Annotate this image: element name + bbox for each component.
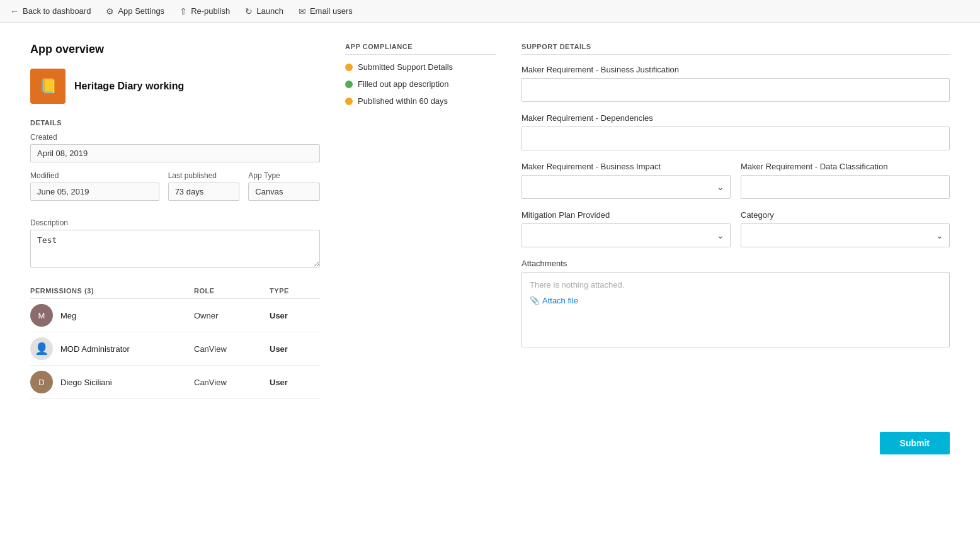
launch-label: Launch bbox=[256, 6, 283, 16]
left-panel: App overview 📒 Heritage Diary working DE… bbox=[30, 43, 320, 399]
business-impact-select[interactable]: Low Medium High bbox=[521, 175, 731, 199]
gear-icon: ⚙ bbox=[106, 6, 114, 16]
created-field: Created bbox=[30, 133, 320, 162]
republish-icon: ⇧ bbox=[179, 6, 187, 16]
business-impact-field: Maker Requirement - Business Impact Low … bbox=[521, 162, 731, 199]
attachments-label: Attachments bbox=[521, 259, 950, 268]
business-justification-label: Maker Requirement - Business Justificati… bbox=[521, 65, 950, 74]
attachments-empty-text: There is nothing attached. bbox=[530, 280, 942, 290]
arrow-left-icon: ← bbox=[10, 6, 19, 16]
email-users-label: Email users bbox=[310, 6, 353, 16]
compliance-item-label: Published within 60 days bbox=[358, 96, 448, 106]
page-title: App overview bbox=[30, 43, 320, 56]
app-type-label: App Type bbox=[248, 171, 320, 180]
modified-input[interactable] bbox=[30, 183, 159, 201]
permission-role: Owner bbox=[194, 311, 270, 320]
topbar: ← Back to dashboard ⚙ App Settings ⇧ Re-… bbox=[0, 0, 980, 23]
mitigation-select[interactable]: Yes No bbox=[521, 223, 731, 247]
support-title: SUPPORT DETAILS bbox=[521, 43, 950, 55]
app-settings-nav[interactable]: ⚙ App Settings bbox=[106, 6, 164, 16]
last-published-input[interactable] bbox=[168, 183, 240, 201]
permission-row: 👤MOD AdministratorCanViewUser bbox=[30, 332, 320, 366]
compliance-item-label: Submitted Support Details bbox=[358, 62, 453, 72]
description-label: Description bbox=[30, 218, 320, 227]
details-section-label: DETAILS bbox=[30, 119, 320, 127]
last-published-field: Last published bbox=[168, 171, 240, 201]
category-select-wrapper: Business IT Finance HR ⌄ bbox=[741, 223, 950, 247]
submit-button[interactable]: Submit bbox=[880, 432, 950, 454]
permission-name: Meg bbox=[60, 311, 194, 320]
business-impact-label: Maker Requirement - Business Impact bbox=[521, 162, 731, 171]
category-select[interactable]: Business IT Finance HR bbox=[741, 223, 950, 247]
submit-row: Submit bbox=[0, 419, 980, 467]
app-icon-emoji: 📒 bbox=[40, 78, 57, 94]
permission-name: MOD Administrator bbox=[60, 344, 194, 354]
permissions-section: PERMISSIONS (3) ROLE TYPE MMegOwnerUser👤… bbox=[30, 287, 320, 399]
app-icon: 📒 bbox=[30, 69, 66, 104]
mitigation-label: Mitigation Plan Provided bbox=[521, 210, 731, 220]
permission-type: User bbox=[270, 311, 320, 320]
dependencies-label: Maker Requirement - Dependencies bbox=[521, 113, 950, 123]
permission-role: CanView bbox=[194, 344, 270, 354]
permissions-rows: MMegOwnerUser👤MOD AdministratorCanViewUs… bbox=[30, 299, 320, 399]
description-field: Description Test bbox=[30, 218, 320, 269]
data-classification-label: Maker Requirement - Data Classification bbox=[741, 162, 950, 171]
avatar: D bbox=[30, 371, 53, 393]
right-panel: SUPPORT DETAILS Maker Requirement - Busi… bbox=[521, 43, 950, 399]
launch-icon: ↻ bbox=[245, 6, 253, 16]
category-label: Category bbox=[741, 210, 950, 220]
modified-label: Modified bbox=[30, 171, 159, 180]
col-role-label: ROLE bbox=[194, 287, 270, 295]
permissions-header: PERMISSIONS (3) ROLE TYPE bbox=[30, 287, 320, 299]
attachments-field: Attachments There is nothing attached. 📎… bbox=[521, 259, 950, 347]
back-to-dashboard[interactable]: ← Back to dashboard bbox=[10, 6, 91, 16]
permission-row: DDiego SicilianiCanViewUser bbox=[30, 366, 320, 399]
mitigation-select-wrapper: Yes No ⌄ bbox=[521, 223, 731, 247]
dependencies-input[interactable] bbox=[521, 127, 950, 150]
compliance-item-label: Filled out app description bbox=[358, 79, 449, 89]
republish-nav[interactable]: ⇧ Re-publish bbox=[179, 6, 230, 16]
permission-name: Diego Siciliani bbox=[60, 378, 194, 387]
description-textarea[interactable]: Test bbox=[30, 230, 320, 268]
compliance-dot bbox=[345, 98, 353, 105]
data-classification-field: Maker Requirement - Data Classification bbox=[741, 162, 950, 199]
paperclip-icon: 📎 bbox=[530, 296, 540, 305]
created-input[interactable] bbox=[30, 144, 320, 162]
app-type-field: App Type bbox=[248, 171, 320, 201]
dependencies-field: Maker Requirement - Dependencies bbox=[521, 113, 950, 150]
modified-field: Modified bbox=[30, 171, 159, 201]
last-published-label: Last published bbox=[168, 171, 240, 180]
category-field: Category Business IT Finance HR ⌄ bbox=[741, 210, 950, 247]
data-classification-input[interactable] bbox=[741, 175, 950, 199]
permission-type: User bbox=[270, 378, 320, 387]
created-label: Created bbox=[30, 133, 320, 142]
compliance-item: Submitted Support Details bbox=[345, 62, 496, 72]
main-content: App overview 📒 Heritage Diary working DE… bbox=[0, 23, 980, 419]
business-impact-select-wrapper: Low Medium High ⌄ bbox=[521, 175, 731, 199]
email-icon: ✉ bbox=[299, 6, 306, 16]
support-row-mitigation-category: Mitigation Plan Provided Yes No ⌄ Catego… bbox=[521, 210, 950, 247]
attach-file-button[interactable]: 📎 Attach file bbox=[530, 296, 578, 305]
middle-panel: APP COMPLIANCE Submitted Support Details… bbox=[345, 43, 496, 399]
republish-label: Re-publish bbox=[191, 6, 230, 16]
compliance-items: Submitted Support DetailsFilled out app … bbox=[345, 62, 496, 106]
permission-role: CanView bbox=[194, 378, 270, 387]
permission-type: User bbox=[270, 344, 320, 354]
back-label: Back to dashboard bbox=[23, 6, 91, 16]
compliance-title: APP COMPLIANCE bbox=[345, 43, 496, 55]
avatar: 👤 bbox=[30, 337, 53, 360]
permissions-title: PERMISSIONS (3) bbox=[30, 287, 194, 295]
compliance-item: Filled out app description bbox=[345, 79, 496, 89]
compliance-dot bbox=[345, 81, 353, 88]
business-justification-input[interactable] bbox=[521, 78, 950, 102]
compliance-dot bbox=[345, 64, 353, 71]
app-type-input[interactable] bbox=[248, 183, 320, 201]
app-settings-label: App Settings bbox=[118, 6, 164, 16]
fields-row-modified: Modified Last published App Type bbox=[30, 171, 320, 210]
launch-nav[interactable]: ↻ Launch bbox=[245, 6, 283, 16]
compliance-item: Published within 60 days bbox=[345, 96, 496, 106]
email-users-nav[interactable]: ✉ Email users bbox=[299, 6, 353, 16]
attachments-box: There is nothing attached. 📎 Attach file bbox=[521, 272, 950, 347]
col-type-label: TYPE bbox=[270, 287, 320, 295]
app-header: 📒 Heritage Diary working bbox=[30, 69, 320, 104]
